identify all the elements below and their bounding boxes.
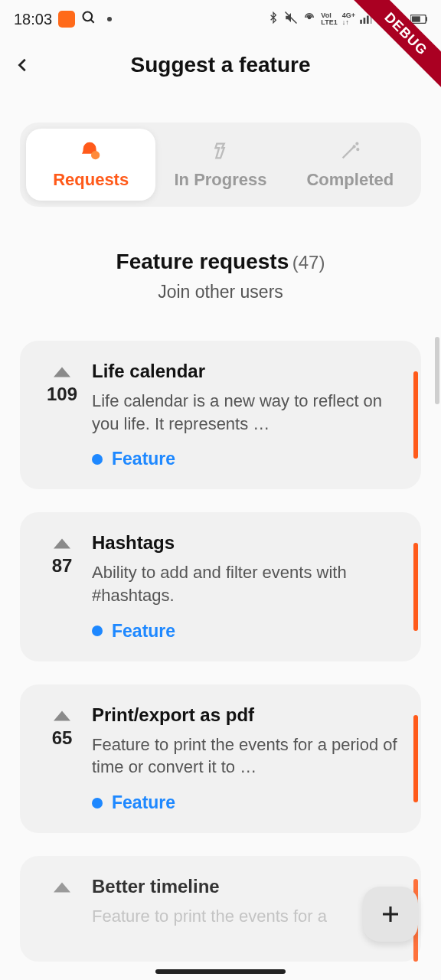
card-title: Hashtags <box>92 532 403 554</box>
svg-line-12 <box>343 146 354 158</box>
status-dot-icon <box>107 17 112 21</box>
plus-icon <box>379 903 402 926</box>
request-list: 109 Life calendar Life calendar is a new… <box>20 341 421 962</box>
request-card[interactable]: 87 Hashtags Ability to add and filter ev… <box>20 512 421 661</box>
status-time: 18:03 <box>14 11 52 28</box>
section-count: (47) <box>292 252 325 273</box>
caret-up-icon <box>54 367 70 377</box>
caret-up-icon <box>54 882 70 893</box>
mute-icon <box>284 11 298 28</box>
vote-count: 109 <box>47 384 77 405</box>
card-title: Life calendar <box>92 361 403 382</box>
section-title: Feature requests <box>116 250 289 273</box>
card-body: Hashtags Ability to add and filter event… <box>89 532 403 641</box>
status-left: 18:03 <box>14 10 112 29</box>
svg-point-13 <box>354 145 355 147</box>
tab-label: In Progress <box>174 170 266 190</box>
tag-feature: Feature <box>92 792 403 813</box>
chess-piece-icon <box>209 139 232 162</box>
caret-up-icon <box>54 710 70 721</box>
svg-point-3 <box>309 16 311 18</box>
tabs: Requests In Progress Completed <box>20 122 421 207</box>
card-desc: Feature to print the events for a period… <box>92 733 403 779</box>
svg-point-14 <box>357 143 358 145</box>
upvote-button[interactable] <box>35 876 89 942</box>
section-subtitle: Join other users <box>0 282 441 302</box>
tab-label: Requests <box>53 170 129 190</box>
hotspot-icon <box>302 11 316 28</box>
request-card[interactable]: 109 Life calendar Life calendar is a new… <box>20 341 421 489</box>
tag-label: Feature <box>112 449 175 469</box>
tag-label: Feature <box>112 621 175 642</box>
upvote-button[interactable]: 87 <box>35 532 89 641</box>
status-app-icon <box>58 11 75 28</box>
section-heading: Feature requests (47) Join other users <box>0 250 441 302</box>
vote-count: 65 <box>52 727 73 749</box>
bluetooth-icon <box>267 11 279 28</box>
card-body: Better timeline Feature to print the eve… <box>89 876 403 942</box>
card-desc: Ability to add and filter events with #h… <box>92 561 403 606</box>
home-indicator[interactable] <box>155 969 286 974</box>
card-accent <box>413 543 418 630</box>
card-title: Better timeline <box>92 876 403 897</box>
card-desc: Life calendar is a new way to reflect on… <box>92 390 403 435</box>
tab-completed[interactable]: Completed <box>286 129 415 201</box>
tag-label: Feature <box>112 792 175 813</box>
svg-point-15 <box>358 149 359 150</box>
add-request-button[interactable] <box>363 887 418 942</box>
card-body: Print/export as pdf Feature to print the… <box>89 704 403 813</box>
tag-dot-icon <box>92 798 103 808</box>
tab-label: Completed <box>306 170 394 190</box>
card-accent <box>413 715 418 802</box>
card-accent <box>413 371 418 459</box>
caret-up-icon <box>54 538 70 549</box>
request-card[interactable]: 65 Print/export as pdf Feature to print … <box>20 684 421 833</box>
tag-dot-icon <box>92 626 103 636</box>
debug-banner: DEBUG <box>349 0 441 92</box>
scrollbar-thumb[interactable] <box>435 337 439 404</box>
card-desc: Feature to print the events for a <box>92 905 403 928</box>
tag-dot-icon <box>92 454 103 465</box>
svg-point-11 <box>91 151 100 159</box>
upvote-button[interactable]: 109 <box>35 361 89 469</box>
wand-icon <box>338 139 361 162</box>
svg-point-0 <box>83 11 93 21</box>
card-title: Print/export as pdf <box>92 704 403 726</box>
bell-icon <box>80 139 103 162</box>
request-card[interactable]: Better timeline Feature to print the eve… <box>20 856 421 962</box>
lte-icon: VoILTE1 <box>321 12 337 26</box>
search-icon <box>81 10 96 29</box>
tag-feature: Feature <box>92 621 403 642</box>
card-body: Life calendar Life calendar is a new way… <box>89 361 403 469</box>
tag-feature: Feature <box>92 449 403 469</box>
tab-requests[interactable]: Requests <box>26 129 155 201</box>
tab-in-progress[interactable]: In Progress <box>155 129 285 201</box>
vote-count: 87 <box>52 555 73 577</box>
debug-banner-label: DEBUG <box>349 0 441 92</box>
upvote-button[interactable]: 65 <box>35 704 89 813</box>
svg-line-1 <box>91 19 94 22</box>
